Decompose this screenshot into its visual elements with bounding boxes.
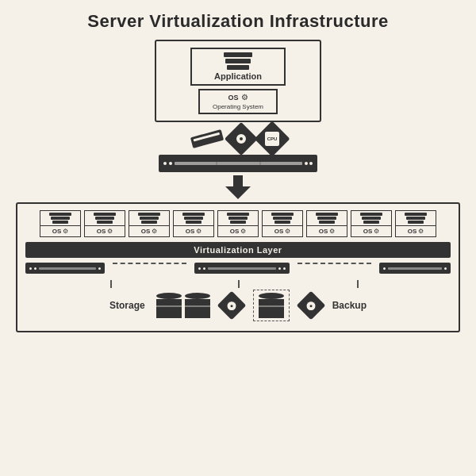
vm-gear-icon: ⚙ bbox=[152, 228, 157, 235]
top-section: Application OS ⚙ Operating System CPU bbox=[135, 40, 341, 172]
list-item: OS⚙ bbox=[129, 210, 170, 237]
arrow-down-container bbox=[225, 175, 251, 199]
application-label: Application bbox=[214, 71, 262, 81]
vm-os-label: OS bbox=[230, 228, 240, 235]
virtualization-layer-label: Virtualization Layer bbox=[25, 242, 451, 258]
db-top bbox=[185, 293, 210, 299]
cpu-icon: CPU bbox=[254, 121, 290, 156]
hdd-icon bbox=[225, 122, 258, 155]
list-item: OS⚙ bbox=[84, 210, 125, 237]
vm-gear-icon: ⚙ bbox=[374, 228, 379, 235]
vm-gear-icon: ⚙ bbox=[107, 228, 113, 235]
list-item: OS⚙ bbox=[40, 210, 81, 237]
db-body bbox=[185, 299, 210, 318]
arrow-head bbox=[225, 186, 251, 199]
vm-os-label: OS bbox=[319, 228, 328, 235]
vm-gear-icon: ⚙ bbox=[329, 228, 335, 235]
dash-line-left bbox=[110, 280, 112, 288]
vm-gear-icon: ⚙ bbox=[418, 228, 424, 235]
vm-gear-icon: ⚙ bbox=[63, 228, 68, 235]
db-top bbox=[259, 293, 284, 299]
db-top bbox=[156, 293, 182, 299]
rack-dot bbox=[309, 162, 313, 165]
rack-dash-line bbox=[298, 263, 371, 264]
cpu-label: CPU bbox=[267, 136, 278, 141]
rack-unit-middle bbox=[194, 263, 290, 274]
hdd-small-icon-2 bbox=[296, 291, 325, 321]
list-item: OS⚙ bbox=[217, 210, 259, 237]
vm-os-label: OS bbox=[408, 228, 417, 235]
rack-dot bbox=[169, 162, 172, 165]
backup-dashed-box bbox=[253, 290, 290, 321]
dash-line-right bbox=[357, 280, 359, 288]
os-icon-row: OS ⚙ bbox=[228, 93, 248, 102]
vm-grid: OS⚙ OS⚙ OS⚙ OS⚙ OS⚙ OS⚙ OS⚙ OS⚙ bbox=[25, 210, 451, 237]
db-cylinder-2 bbox=[185, 293, 210, 318]
app-stack-icon bbox=[224, 52, 252, 70]
vm-gear-icon: ⚙ bbox=[285, 228, 290, 235]
db-cylinder-center bbox=[259, 293, 284, 318]
vm-os-label: OS bbox=[52, 228, 62, 235]
monitor-frame: Application OS ⚙ Operating System bbox=[155, 40, 321, 122]
storage-label: Storage bbox=[109, 300, 145, 311]
arrow-shaft bbox=[233, 175, 243, 186]
list-item: OS⚙ bbox=[306, 210, 347, 237]
gear-icon: ⚙ bbox=[241, 93, 248, 102]
application-box: Application bbox=[190, 48, 286, 86]
vm-os-label: OS bbox=[274, 228, 284, 235]
rack-dot bbox=[305, 162, 308, 165]
db-cylinder-1 bbox=[156, 293, 182, 318]
rack-unit-right bbox=[379, 263, 451, 274]
rack-dot bbox=[163, 162, 167, 165]
list-item: OS⚙ bbox=[395, 210, 436, 237]
rack-dash-line bbox=[113, 263, 186, 264]
os-label: OS bbox=[228, 94, 238, 102]
db-body bbox=[156, 299, 182, 318]
os-sublabel: Operating System bbox=[213, 103, 263, 110]
os-box: OS ⚙ Operating System bbox=[198, 89, 278, 114]
list-item: OS⚙ bbox=[262, 210, 303, 237]
hardware-icons-row: CPU bbox=[191, 126, 285, 152]
vm-gear-icon: ⚙ bbox=[240, 228, 246, 235]
dash-line-center bbox=[238, 280, 240, 288]
server-rack-row bbox=[25, 263, 451, 274]
vm-gear-icon: ⚙ bbox=[196, 228, 202, 235]
rack-unit-left bbox=[25, 263, 105, 274]
vm-os-label: OS bbox=[141, 228, 151, 235]
list-item: OS⚙ bbox=[351, 210, 392, 237]
bottom-section: OS⚙ OS⚙ OS⚙ OS⚙ OS⚙ OS⚙ OS⚙ OS⚙ bbox=[16, 202, 460, 332]
db-body bbox=[259, 299, 284, 318]
server-rack-top bbox=[159, 155, 317, 172]
storage-cylinders bbox=[156, 293, 210, 318]
storage-backup-row: Storage bbox=[25, 290, 451, 321]
vm-os-label: OS bbox=[186, 228, 195, 235]
backup-label: Backup bbox=[332, 300, 367, 311]
hdd-small-icon-1 bbox=[217, 291, 246, 321]
list-item: OS⚙ bbox=[173, 210, 214, 237]
dashed-connections bbox=[25, 280, 451, 288]
vm-os-label: OS bbox=[363, 228, 373, 235]
ram-icon bbox=[190, 129, 224, 148]
vm-os-label: OS bbox=[97, 228, 106, 235]
page-title: Server Virtualization Infrastructure bbox=[87, 11, 389, 32]
